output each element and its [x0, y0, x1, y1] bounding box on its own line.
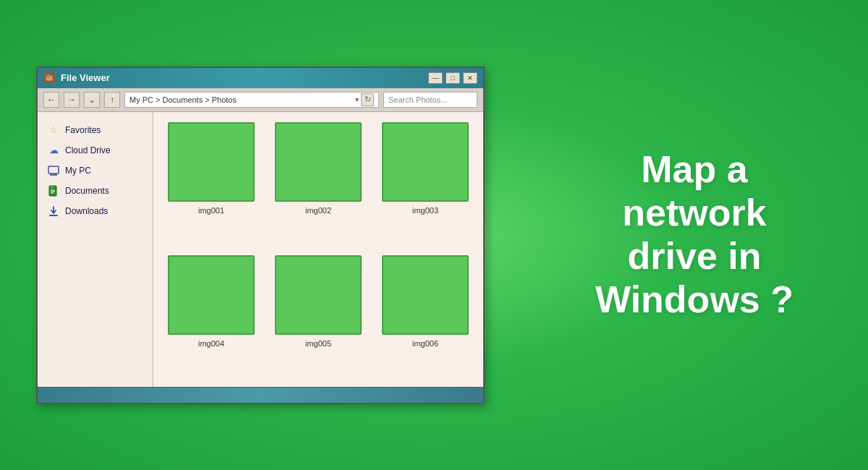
file-viewer-window: File Viewer — □ ✕ ← → ⌄ ↑ My PC > Docume…	[36, 67, 485, 404]
documents-icon	[48, 185, 59, 197]
cloud-icon: ☁	[48, 145, 59, 156]
address-input[interactable]: My PC > Documents > Photos ▾ ↻	[124, 92, 379, 108]
file-name-img002: img002	[305, 206, 331, 215]
file-item-img005[interactable]: img005	[271, 255, 366, 377]
right-section: Map a network drive in Windows ?	[521, 134, 868, 336]
sidebar-label-documents: Documents	[65, 186, 109, 196]
file-name-img006: img006	[412, 339, 438, 348]
file-grid: img001 img002 img003 img004 img005	[153, 112, 483, 387]
file-thumbnail-img004	[168, 255, 255, 335]
close-button[interactable]: ✕	[463, 72, 477, 84]
star-icon: ☆	[48, 124, 59, 136]
back-button[interactable]: ←	[43, 92, 59, 108]
file-item-img001[interactable]: img001	[163, 122, 259, 244]
file-name-img001: img001	[198, 206, 224, 215]
file-thumbnail-img002	[275, 122, 362, 202]
promo-line2: network	[622, 192, 766, 234]
svg-rect-2	[48, 166, 59, 174]
file-name-img005: img005	[305, 339, 331, 348]
maximize-button[interactable]: □	[446, 72, 460, 84]
main-area: ☆ Favorites ☁ Cloud Drive	[38, 112, 483, 387]
file-item-img006[interactable]: img006	[378, 255, 473, 377]
sidebar-item-cloud-drive[interactable]: ☁ Cloud Drive	[38, 141, 153, 160]
download-icon	[48, 205, 59, 217]
sidebar-label-downloads: Downloads	[65, 206, 108, 216]
refresh-button[interactable]: ↻	[361, 93, 374, 106]
file-thumbnail-img001	[168, 122, 255, 202]
up-button[interactable]: ↑	[104, 92, 120, 108]
address-bar: ← → ⌄ ↑ My PC > Documents > Photos ▾ ↻ S…	[38, 88, 483, 112]
left-section: File Viewer — □ ✕ ← → ⌄ ↑ My PC > Docume…	[0, 0, 521, 470]
sidebar-item-downloads[interactable]: Downloads	[38, 202, 153, 221]
minimize-button[interactable]: —	[428, 72, 443, 84]
file-name-img004: img004	[198, 339, 224, 348]
svg-rect-1	[47, 74, 50, 77]
sidebar-label-favorites: Favorites	[65, 125, 101, 135]
file-name-img003: img003	[412, 206, 438, 215]
sidebar-item-favorites[interactable]: ☆ Favorites	[38, 121, 153, 140]
file-thumbnail-img005	[275, 255, 362, 335]
sidebar-label-cloud-drive: Cloud Drive	[65, 145, 111, 155]
promo-line1: Map a	[641, 148, 747, 190]
svg-rect-7	[51, 186, 54, 189]
title-bar: File Viewer — □ ✕	[38, 68, 483, 88]
file-thumbnail-img006	[382, 255, 469, 335]
dropdown-button[interactable]: ⌄	[84, 92, 100, 108]
pc-icon	[48, 165, 59, 176]
promo-line3: drive in	[628, 235, 762, 277]
app-icon	[43, 72, 55, 84]
sidebar-item-documents[interactable]: Documents	[38, 181, 153, 200]
address-dropdown-icon[interactable]: ▾	[355, 95, 359, 103]
search-placeholder: Search Photos...	[388, 95, 447, 104]
promo-text: Map a network drive in Windows ?	[595, 148, 793, 321]
address-path: My PC > Documents > Photos	[129, 95, 237, 104]
forward-button[interactable]: →	[64, 92, 80, 108]
sidebar: ☆ Favorites ☁ Cloud Drive	[38, 112, 153, 387]
window-title: File Viewer	[61, 72, 422, 83]
sidebar-item-my-pc[interactable]: My PC	[38, 161, 153, 180]
status-bar	[38, 387, 483, 403]
promo-line4: Windows ?	[595, 278, 793, 320]
window-controls: — □ ✕	[428, 72, 477, 84]
sidebar-label-my-pc: My PC	[65, 166, 91, 176]
file-item-img004[interactable]: img004	[163, 255, 259, 377]
address-input-controls: ▾ ↻	[355, 93, 374, 106]
search-box[interactable]: Search Photos...	[383, 92, 477, 108]
file-item-img003[interactable]: img003	[378, 122, 473, 244]
file-thumbnail-img003	[382, 122, 469, 202]
file-item-img002[interactable]: img002	[271, 122, 366, 244]
